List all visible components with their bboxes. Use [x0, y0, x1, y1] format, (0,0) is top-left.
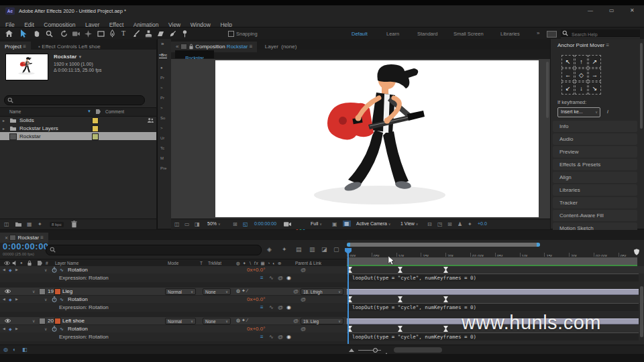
viewer-timecode[interactable]: 0:00:00:00 [254, 221, 276, 226]
label-color-chip[interactable] [92, 133, 99, 140]
resolution-dropdown[interactable]: Full ∨ [311, 221, 322, 226]
expression-enable-icon[interactable]: ≡ [260, 275, 264, 281]
frame-blending-icon[interactable]: ▥ [309, 246, 315, 253]
roto-brush-tool-icon[interactable] [169, 30, 176, 38]
project-search-input[interactable] [14, 96, 143, 105]
expression-row[interactable]: Expression: Rotation ≡ ∿ @ ◉ [0, 303, 347, 312]
label-color-chip[interactable] [54, 288, 61, 295]
twirl-icon[interactable]: ∨ [44, 297, 47, 302]
pick-whip-icon[interactable]: @ [301, 296, 306, 302]
close-button[interactable]: ✕ [630, 7, 635, 13]
workspace-overflow-chevron[interactable]: » [537, 30, 539, 36]
composition-canvas[interactable] [215, 60, 539, 217]
layer-row-19[interactable]: ∨ 19 Lleg Normal∨ None∨ ◍✦∕ @ 18. Lthigh… [0, 288, 347, 295]
add-keyframe-icon[interactable]: ◆ [9, 267, 12, 272]
anchor-move-down-right-button[interactable]: ↘ [588, 82, 601, 95]
project-row-rockstar-layers[interactable]: ▸ Rockstar Layers [0, 124, 156, 132]
sort-arrow-icon[interactable]: ▼ [87, 109, 91, 113]
panel-tracker[interactable]: Tracker [553, 197, 637, 208]
label-column-icon[interactable] [96, 109, 101, 114]
primary-viewer-icon[interactable]: ▭ [184, 221, 190, 227]
minimize-button[interactable]: — [588, 7, 593, 13]
collapse-icon[interactable]: « [176, 44, 178, 50]
twirl-icon[interactable]: ▸ [3, 126, 5, 131]
tab-effect-controls[interactable]: ▪ Effect Controls Left shoe [34, 42, 105, 52]
zoom-out-mountain-icon[interactable] [349, 349, 354, 352]
label-color-chip[interactable] [92, 125, 99, 132]
motion-blur-icon[interactable]: ◪ [321, 246, 327, 253]
keyframe[interactable] [443, 326, 448, 332]
twirl-icon[interactable]: ∨ [44, 267, 47, 272]
expression-graph-icon[interactable]: ∿ [269, 334, 274, 340]
viewer-tab-rockstar[interactable]: Rockstar [175, 50, 214, 58]
exposure-value[interactable]: +0.0 [478, 221, 487, 226]
expression-pickwhip-icon[interactable]: @ [278, 275, 283, 281]
stopwatch-icon[interactable] [52, 267, 57, 273]
time-navigator-bar[interactable] [347, 243, 540, 247]
expression-language-icon[interactable]: ◉ [286, 304, 291, 310]
keyframe[interactable] [443, 296, 448, 302]
anchor-move-down-left-button[interactable]: ↙ [561, 82, 574, 95]
close-tab-icon[interactable]: ✕ [5, 236, 8, 240]
expression-graph-icon[interactable]: ∿ [269, 304, 274, 310]
next-keyframe-icon[interactable]: ▶ [15, 326, 18, 330]
solo-column-icon[interactable]: ● [20, 261, 23, 265]
parent-pick-whip-icon[interactable]: @ [293, 318, 299, 324]
rotate-tool-icon[interactable] [60, 30, 68, 38]
anchor-move-up-button[interactable]: ↑ [575, 55, 588, 68]
parent-dropdown[interactable]: 19. Lleg∨ [301, 318, 343, 324]
keyframe[interactable] [443, 267, 448, 273]
puppet-pin-tool-icon[interactable] [182, 29, 188, 38]
pixel-aspect-icon[interactable]: ⊟ [427, 221, 432, 227]
navigator-end-handle[interactable] [537, 243, 540, 247]
help-search-input[interactable] [570, 29, 640, 39]
selection-tool-icon[interactable] [20, 29, 27, 38]
home-icon[interactable] [5, 30, 13, 37]
view-count-dropdown[interactable]: 1 View ∨ [400, 221, 419, 226]
panel-libraries[interactable]: Libraries [553, 184, 637, 196]
property-row-rotation[interactable]: ◀ ◆ ▶ ∨ ∿ Rotation 0x+0.0° @ [0, 266, 347, 274]
comp-marker-shield-icon[interactable] [634, 249, 639, 255]
rotation-value[interactable]: 0x+0.0° [247, 267, 265, 273]
tab-layer[interactable]: Layer (none) [260, 42, 302, 52]
frame-blend-toggle-icon[interactable]: ◍ [3, 347, 8, 353]
layer-name[interactable]: Lleg [62, 288, 72, 294]
expression-pickwhip-icon[interactable]: @ [278, 304, 283, 310]
pan-behind-tool-icon[interactable] [85, 30, 92, 38]
next-keyframe-icon[interactable]: ▶ [15, 267, 18, 272]
pick-whip-icon[interactable]: @ [301, 267, 306, 273]
property-name[interactable]: Rotation [68, 267, 88, 273]
region-of-interest-icon[interactable]: ◱ [243, 221, 248, 227]
column-t[interactable]: T [200, 261, 203, 265]
keyframed-dropdown[interactable]: Insert ke... ∨ [557, 107, 600, 117]
prev-keyframe-icon[interactable]: ◀ [3, 326, 5, 330]
draft-3d-icon[interactable]: ✦ [282, 246, 287, 253]
expression-graph-icon[interactable]: ∿ [269, 275, 274, 281]
workspace-standard[interactable]: Standard [417, 31, 437, 37]
pick-whip-icon[interactable]: @ [301, 326, 306, 332]
layer-duration-track[interactable] [347, 288, 644, 295]
composition-viewer[interactable] [171, 59, 550, 219]
twirl-icon[interactable]: ∨ [32, 318, 35, 323]
expression-language-icon[interactable]: ◉ [286, 334, 291, 340]
video-column-icon[interactable] [3, 261, 11, 265]
magnification-dropdown[interactable]: 50% ∨ [207, 221, 221, 226]
maximize-button[interactable]: ▭ [609, 7, 614, 13]
layer-name[interactable]: Left shoe [62, 318, 85, 324]
property-row-rotation[interactable]: ◀ ◆ ▶ ∨ ∿ Rotation 0x+0.0° @ [0, 296, 347, 303]
number-column[interactable]: # [46, 261, 48, 265]
reset-exposure-icon[interactable]: ✦ [468, 221, 472, 227]
lock-icon[interactable] [189, 44, 194, 50]
workspace-small-screen[interactable]: Small Screen [453, 31, 484, 37]
keyframe-track[interactable] [347, 296, 644, 303]
current-time-display[interactable]: 0:00:00:00 00000 (25.00 fps) [3, 241, 49, 256]
label-color-chip[interactable] [54, 318, 61, 324]
stopwatch-icon[interactable] [52, 326, 57, 332]
snapshot-icon[interactable] [284, 221, 291, 227]
viewer-vertical-scrollbar[interactable] [546, 62, 549, 118]
keyframe[interactable] [398, 267, 402, 273]
pen-tool-icon[interactable] [109, 29, 115, 38]
comp-thumbnail[interactable] [5, 54, 48, 80]
next-keyframe-icon[interactable]: ▶ [15, 297, 18, 301]
property-name[interactable]: Rotation [68, 296, 88, 302]
